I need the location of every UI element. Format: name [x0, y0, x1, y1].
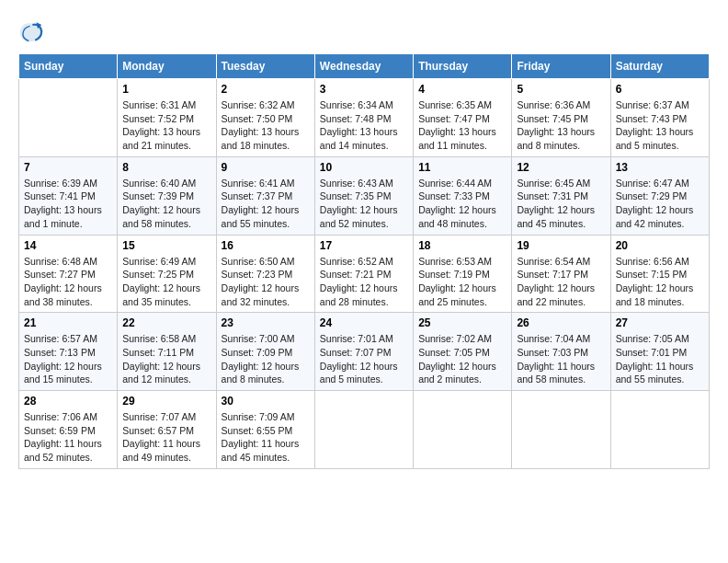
day-detail: Sunrise: 6:52 AM Sunset: 7:21 PM Dayligh…	[320, 255, 408, 309]
day-number: 13	[616, 161, 704, 174]
weekday-header-row: SundayMondayTuesdayWednesdayThursdayFrid…	[19, 54, 710, 79]
logo	[18, 18, 48, 44]
calendar-cell: 11Sunrise: 6:44 AM Sunset: 7:33 PM Dayli…	[414, 156, 512, 235]
calendar-week-row: 14Sunrise: 6:48 AM Sunset: 7:27 PM Dayli…	[19, 235, 710, 313]
calendar-cell: 26Sunrise: 7:04 AM Sunset: 7:03 PM Dayli…	[512, 313, 610, 391]
calendar-cell: 25Sunrise: 7:02 AM Sunset: 7:05 PM Dayli…	[414, 313, 512, 391]
day-number: 2	[222, 83, 310, 96]
calendar-cell: 22Sunrise: 6:58 AM Sunset: 7:11 PM Dayli…	[118, 313, 216, 391]
day-detail: Sunrise: 7:02 AM Sunset: 7:05 PM Dayligh…	[418, 332, 506, 386]
day-detail: Sunrise: 6:45 AM Sunset: 7:31 PM Dayligh…	[517, 177, 605, 231]
day-number: 18	[418, 239, 506, 252]
calendar-cell: 24Sunrise: 7:01 AM Sunset: 7:07 PM Dayli…	[314, 313, 413, 391]
day-number: 5	[517, 83, 605, 96]
day-detail: Sunrise: 7:05 AM Sunset: 7:01 PM Dayligh…	[616, 332, 704, 386]
day-number: 6	[616, 83, 704, 96]
day-number: 9	[222, 161, 310, 174]
calendar-cell	[610, 391, 709, 469]
day-number: 27	[616, 316, 704, 329]
calendar-cell: 20Sunrise: 6:56 AM Sunset: 7:15 PM Dayli…	[610, 235, 709, 313]
calendar-cell: 14Sunrise: 6:48 AM Sunset: 7:27 PM Dayli…	[19, 235, 118, 313]
day-detail: Sunrise: 6:35 AM Sunset: 7:47 PM Dayligh…	[418, 98, 506, 153]
day-number: 22	[122, 316, 210, 329]
calendar-cell: 2Sunrise: 6:32 AM Sunset: 7:50 PM Daylig…	[216, 79, 314, 157]
day-detail: Sunrise: 6:57 AM Sunset: 7:13 PM Dayligh…	[24, 332, 112, 386]
calendar-cell: 27Sunrise: 7:05 AM Sunset: 7:01 PM Dayli…	[610, 313, 709, 391]
calendar-cell: 29Sunrise: 7:07 AM Sunset: 6:57 PM Dayli…	[118, 391, 216, 469]
day-number: 21	[24, 316, 112, 329]
day-number: 3	[320, 83, 408, 96]
calendar-cell: 1Sunrise: 6:31 AM Sunset: 7:52 PM Daylig…	[118, 79, 216, 157]
calendar-cell: 9Sunrise: 6:41 AM Sunset: 7:37 PM Daylig…	[216, 156, 314, 235]
weekday-header-friday: Friday	[512, 54, 610, 79]
day-detail: Sunrise: 6:58 AM Sunset: 7:11 PM Dayligh…	[122, 332, 210, 386]
day-number: 26	[517, 316, 605, 329]
day-number: 23	[222, 316, 310, 329]
calendar-cell: 15Sunrise: 6:49 AM Sunset: 7:25 PM Dayli…	[118, 235, 216, 313]
calendar-cell: 17Sunrise: 6:52 AM Sunset: 7:21 PM Dayli…	[314, 235, 413, 313]
day-detail: Sunrise: 6:43 AM Sunset: 7:35 PM Dayligh…	[320, 177, 408, 231]
day-detail: Sunrise: 6:54 AM Sunset: 7:17 PM Dayligh…	[517, 255, 605, 309]
day-detail: Sunrise: 6:49 AM Sunset: 7:25 PM Dayligh…	[122, 255, 210, 309]
day-number: 12	[517, 161, 605, 174]
day-detail: Sunrise: 6:31 AM Sunset: 7:52 PM Dayligh…	[122, 98, 210, 153]
day-number: 11	[418, 161, 506, 174]
calendar-week-row: 28Sunrise: 7:06 AM Sunset: 6:59 PM Dayli…	[19, 391, 710, 469]
day-number: 1	[122, 83, 210, 96]
calendar-cell	[512, 391, 610, 469]
calendar-cell: 21Sunrise: 6:57 AM Sunset: 7:13 PM Dayli…	[19, 313, 118, 391]
day-detail: Sunrise: 7:09 AM Sunset: 6:55 PM Dayligh…	[222, 410, 310, 465]
calendar-cell: 30Sunrise: 7:09 AM Sunset: 6:55 PM Dayli…	[216, 391, 314, 469]
calendar-cell	[314, 391, 413, 469]
day-number: 29	[122, 395, 210, 408]
calendar-cell: 3Sunrise: 6:34 AM Sunset: 7:48 PM Daylig…	[314, 79, 413, 157]
calendar-cell: 4Sunrise: 6:35 AM Sunset: 7:47 PM Daylig…	[414, 79, 512, 157]
calendar-cell: 10Sunrise: 6:43 AM Sunset: 7:35 PM Dayli…	[314, 156, 413, 235]
day-number: 19	[517, 239, 605, 252]
day-detail: Sunrise: 6:34 AM Sunset: 7:48 PM Dayligh…	[320, 98, 408, 153]
weekday-header-tuesday: Tuesday	[216, 54, 314, 79]
calendar-cell: 6Sunrise: 6:37 AM Sunset: 7:43 PM Daylig…	[610, 79, 709, 157]
day-detail: Sunrise: 6:39 AM Sunset: 7:41 PM Dayligh…	[24, 177, 112, 231]
day-detail: Sunrise: 6:47 AM Sunset: 7:29 PM Dayligh…	[616, 177, 704, 231]
day-number: 16	[222, 239, 310, 252]
calendar-cell: 18Sunrise: 6:53 AM Sunset: 7:19 PM Dayli…	[414, 235, 512, 313]
calendar-cell: 16Sunrise: 6:50 AM Sunset: 7:23 PM Dayli…	[216, 235, 314, 313]
day-detail: Sunrise: 6:50 AM Sunset: 7:23 PM Dayligh…	[222, 255, 310, 309]
day-detail: Sunrise: 6:41 AM Sunset: 7:37 PM Dayligh…	[222, 177, 310, 231]
day-detail: Sunrise: 6:44 AM Sunset: 7:33 PM Dayligh…	[418, 177, 506, 231]
calendar-cell: 12Sunrise: 6:45 AM Sunset: 7:31 PM Dayli…	[512, 156, 610, 235]
logo-icon	[18, 18, 44, 44]
day-number: 4	[418, 83, 506, 96]
weekday-header-thursday: Thursday	[414, 54, 512, 79]
day-detail: Sunrise: 6:56 AM Sunset: 7:15 PM Dayligh…	[616, 255, 704, 309]
day-detail: Sunrise: 7:04 AM Sunset: 7:03 PM Dayligh…	[517, 332, 605, 386]
day-detail: Sunrise: 7:07 AM Sunset: 6:57 PM Dayligh…	[122, 410, 210, 465]
calendar-cell: 28Sunrise: 7:06 AM Sunset: 6:59 PM Dayli…	[19, 391, 118, 469]
day-detail: Sunrise: 6:40 AM Sunset: 7:39 PM Dayligh…	[122, 177, 210, 231]
day-detail: Sunrise: 6:32 AM Sunset: 7:50 PM Dayligh…	[222, 98, 310, 153]
day-number: 28	[24, 395, 112, 408]
day-number: 25	[418, 316, 506, 329]
day-number: 7	[24, 161, 112, 174]
page-header	[18, 18, 710, 44]
day-detail: Sunrise: 6:36 AM Sunset: 7:45 PM Dayligh…	[517, 98, 605, 153]
day-detail: Sunrise: 7:00 AM Sunset: 7:09 PM Dayligh…	[222, 332, 310, 386]
day-number: 14	[24, 239, 112, 252]
calendar-week-row: 1Sunrise: 6:31 AM Sunset: 7:52 PM Daylig…	[19, 79, 710, 157]
day-number: 10	[320, 161, 408, 174]
day-number: 20	[616, 239, 704, 252]
weekday-header-sunday: Sunday	[19, 54, 118, 79]
calendar-cell: 13Sunrise: 6:47 AM Sunset: 7:29 PM Dayli…	[610, 156, 709, 235]
weekday-header-wednesday: Wednesday	[314, 54, 413, 79]
calendar-cell	[414, 391, 512, 469]
day-detail: Sunrise: 6:48 AM Sunset: 7:27 PM Dayligh…	[24, 255, 112, 309]
calendar-cell: 19Sunrise: 6:54 AM Sunset: 7:17 PM Dayli…	[512, 235, 610, 313]
day-number: 24	[320, 316, 408, 329]
calendar-table: SundayMondayTuesdayWednesdayThursdayFrid…	[18, 53, 710, 469]
day-detail: Sunrise: 6:37 AM Sunset: 7:43 PM Dayligh…	[616, 98, 704, 153]
day-number: 15	[122, 239, 210, 252]
day-number: 8	[122, 161, 210, 174]
weekday-header-monday: Monday	[118, 54, 216, 79]
day-number: 17	[320, 239, 408, 252]
